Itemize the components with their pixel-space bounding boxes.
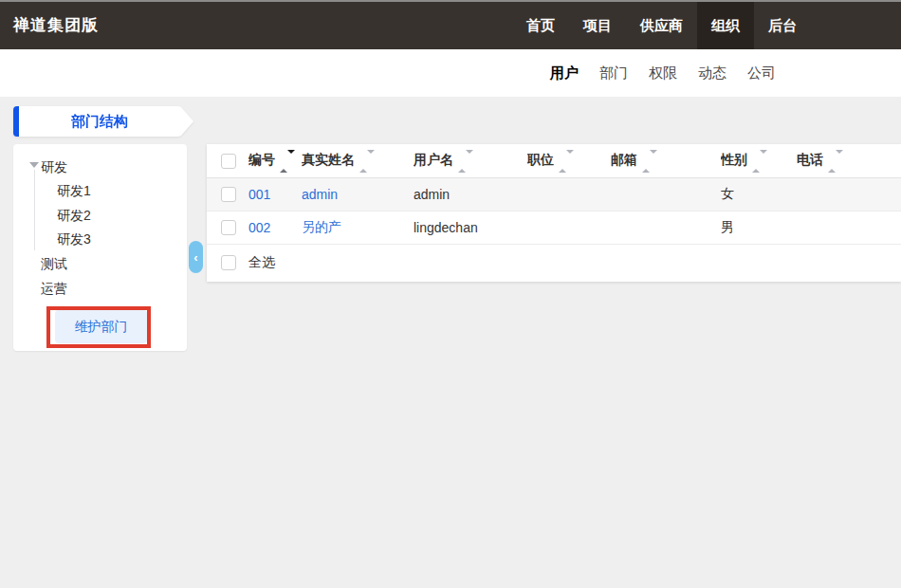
subnav-item-user[interactable]: 用户 <box>540 49 589 97</box>
cell-username: admin <box>414 177 527 211</box>
user-table: 编号 真实姓名 用户名 职位 邮箱 性别 电话 001 admin admin <box>207 144 901 245</box>
select-all-header-checkbox[interactable] <box>221 154 236 169</box>
column-header-email[interactable]: 邮箱 <box>611 144 721 177</box>
app-window: 禅道集团版 首页 项目 供应商 组织 后台 用户 部门 权限 动态 公司 部门结… <box>0 0 901 588</box>
column-header-id[interactable]: 编号 <box>248 144 302 177</box>
nav-item-organization[interactable]: 组织 <box>697 2 754 49</box>
user-realname-link[interactable]: admin <box>302 187 338 202</box>
sort-icon[interactable] <box>280 154 295 169</box>
table-row: 002 另的产 lingdechan 男 <box>207 211 901 244</box>
tree-collapse-caret-icon[interactable] <box>29 162 39 168</box>
nav-item-project[interactable]: 项目 <box>569 2 626 49</box>
column-label: 性别 <box>721 152 747 167</box>
cell-id: 002 <box>248 211 302 244</box>
tab-label: 部门结构 <box>19 106 180 137</box>
secondary-nav-menu: 用户 部门 权限 动态 公司 <box>540 49 786 97</box>
cell-email <box>611 211 721 244</box>
column-label: 编号 <box>248 152 275 167</box>
sort-icon[interactable] <box>458 154 473 169</box>
tree-item-rnd1[interactable]: 研发1 <box>57 181 91 200</box>
column-label: 邮箱 <box>611 152 637 167</box>
tree-item-rnd2[interactable]: 研发2 <box>57 206 91 225</box>
tree-item-rnd[interactable]: 研发 <box>41 157 67 176</box>
select-all-label[interactable]: 全选 <box>248 254 275 271</box>
sort-icon[interactable] <box>642 154 657 169</box>
cell-id: 001 <box>248 177 302 211</box>
row-checkbox[interactable] <box>221 187 236 202</box>
table-row: 001 admin admin 女 <box>207 177 901 211</box>
cell-gender: 男 <box>721 211 797 244</box>
nav-item-supplier[interactable]: 供应商 <box>626 2 697 49</box>
column-header-phone[interactable]: 电话 <box>797 144 901 177</box>
cell-realname: 另的产 <box>302 211 414 244</box>
subnav-item-permission[interactable]: 权限 <box>638 49 688 97</box>
user-id-link[interactable]: 001 <box>248 187 270 202</box>
subnav-item-department[interactable]: 部门 <box>589 49 638 97</box>
sort-icon[interactable] <box>559 154 574 169</box>
department-tree-panel: 研发 研发1 研发2 研发3 测试 运营 维护部门 <box>13 144 187 351</box>
user-id-link[interactable]: 002 <box>248 220 270 235</box>
cell-username: lingdechan <box>414 211 527 244</box>
app-logo[interactable]: 禅道集团版 <box>13 2 99 49</box>
column-label: 电话 <box>797 152 823 167</box>
cell-position <box>527 211 611 244</box>
cell-position <box>527 177 611 211</box>
user-realname-link[interactable]: 另的产 <box>302 219 341 234</box>
sort-icon[interactable] <box>752 154 767 169</box>
top-nav-menu: 首页 项目 供应商 组织 后台 <box>512 2 811 49</box>
sidebar-tab-department-structure[interactable]: 部门结构 <box>13 106 193 137</box>
tree-guide-line <box>34 170 35 250</box>
sort-icon[interactable] <box>828 154 843 169</box>
column-label: 真实姓名 <box>302 152 355 167</box>
column-header-position[interactable]: 职位 <box>527 144 611 177</box>
column-label: 职位 <box>527 152 554 167</box>
column-header-gender[interactable]: 性别 <box>721 144 797 177</box>
maintain-department-button[interactable]: 维护部门 <box>55 310 147 343</box>
tab-arrow-shape <box>180 106 193 137</box>
sidebar-collapse-handle[interactable]: ‹ <box>189 241 203 273</box>
select-all-footer-checkbox[interactable] <box>221 255 236 270</box>
subnav-item-dynamics[interactable]: 动态 <box>688 49 737 97</box>
column-header-realname[interactable]: 真实姓名 <box>302 144 414 177</box>
cell-phone <box>797 211 901 244</box>
nav-item-home[interactable]: 首页 <box>512 2 569 49</box>
table-header-row: 编号 真实姓名 用户名 职位 邮箱 性别 电话 <box>207 144 901 177</box>
tree-item-rnd3[interactable]: 研发3 <box>57 230 91 248</box>
cell-phone <box>797 177 901 211</box>
sort-icon[interactable] <box>359 154 375 169</box>
secondary-navbar: 用户 部门 权限 动态 公司 <box>0 49 901 97</box>
subnav-item-company[interactable]: 公司 <box>737 49 786 97</box>
chevron-left-icon: ‹ <box>193 250 197 265</box>
tree-item-test[interactable]: 测试 <box>41 254 67 273</box>
tree-item-operations[interactable]: 运营 <box>41 279 67 298</box>
cell-realname: admin <box>302 177 414 211</box>
row-checkbox[interactable] <box>221 220 236 235</box>
nav-item-admin[interactable]: 后台 <box>754 2 811 49</box>
cell-gender: 女 <box>721 177 797 211</box>
column-header-username[interactable]: 用户名 <box>414 144 527 177</box>
top-navbar: 禅道集团版 首页 项目 供应商 组织 后台 <box>0 0 901 49</box>
user-table-panel: 编号 真实姓名 用户名 职位 邮箱 性别 电话 001 admin admin <box>207 144 901 282</box>
column-label: 用户名 <box>414 152 453 167</box>
cell-email <box>611 177 721 211</box>
table-footer: 全选 <box>207 245 901 282</box>
